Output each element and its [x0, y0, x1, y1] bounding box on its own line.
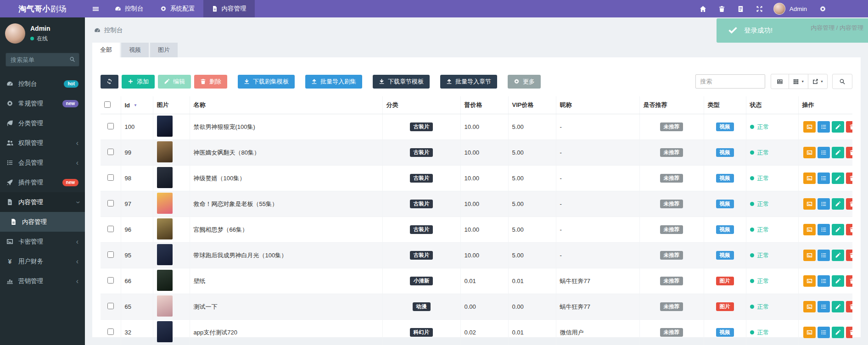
- episodes-button[interactable]: [803, 301, 816, 312]
- delete-row-button[interactable]: [846, 250, 853, 261]
- column-header-名称[interactable]: 名称: [190, 96, 382, 114]
- home-button[interactable]: [694, 6, 712, 12]
- edit-button[interactable]: 编辑: [158, 75, 191, 89]
- sidebar-item-控制台[interactable]: 控制台hot: [0, 74, 85, 94]
- topnav-item-内容管理[interactable]: 内容管理: [203, 0, 255, 17]
- tab-视频[interactable]: 视频: [121, 43, 149, 57]
- poster-thumbnail[interactable]: [157, 244, 173, 265]
- sidebar-item-分类管理[interactable]: 分类管理: [0, 113, 85, 133]
- poster-thumbnail[interactable]: [157, 167, 173, 188]
- poster-thumbnail[interactable]: [157, 141, 173, 162]
- column-header-VIP价格[interactable]: VIP价格: [508, 96, 556, 114]
- chapters-button[interactable]: [818, 121, 830, 133]
- column-header-是否推荐[interactable]: 是否推荐: [639, 96, 704, 114]
- chapters-button[interactable]: [818, 327, 830, 338]
- poster-thumbnail[interactable]: [157, 270, 173, 291]
- column-header-昵称[interactable]: 昵称: [556, 96, 639, 114]
- edit-row-button[interactable]: [832, 275, 844, 287]
- select-all-checkbox[interactable]: [104, 101, 111, 108]
- edit-row-button[interactable]: [832, 172, 844, 184]
- row-checkbox[interactable]: [107, 251, 114, 258]
- delete-row-button[interactable]: [846, 301, 853, 312]
- edit-row-button[interactable]: [832, 121, 844, 133]
- sidebar-item-插件管理[interactable]: 插件管理new: [0, 172, 85, 192]
- column-header-类型[interactable]: 类型: [704, 96, 746, 114]
- row-checkbox[interactable]: [107, 200, 114, 206]
- grid-view-button[interactable]: ▼: [789, 74, 808, 89]
- column-header-图片[interactable]: 图片: [153, 96, 190, 114]
- chapters-button[interactable]: [818, 198, 830, 210]
- delete-row-button[interactable]: [846, 327, 853, 338]
- row-checkbox[interactable]: [107, 149, 114, 155]
- topnav-item-系统配置[interactable]: 系统配置: [152, 0, 203, 17]
- sidebar-item-内容管理[interactable]: 内容管理: [0, 212, 85, 232]
- edit-row-button[interactable]: [832, 301, 844, 312]
- episodes-button[interactable]: [803, 198, 816, 210]
- sidebar-item-用户财务[interactable]: ¥用户财务‹: [0, 251, 85, 271]
- batch-import-episodes-button[interactable]: 批量导入剧集: [305, 75, 362, 89]
- sidebar-item-营销管理[interactable]: 营销管理‹: [0, 271, 85, 291]
- settings-button[interactable]: [813, 6, 832, 12]
- doc-button[interactable]: [731, 6, 750, 12]
- batch-import-chapters-button[interactable]: 批量导入章节: [440, 75, 497, 89]
- column-header-分类[interactable]: 分类: [382, 96, 460, 114]
- row-checkbox[interactable]: [107, 226, 114, 232]
- row-checkbox[interactable]: [107, 328, 114, 335]
- edit-row-button[interactable]: [832, 327, 844, 338]
- row-checkbox[interactable]: [107, 123, 114, 129]
- episodes-button[interactable]: [803, 172, 816, 184]
- chapters-button[interactable]: [818, 301, 830, 312]
- download-episode-template-button[interactable]: 下载剧集模板: [238, 75, 295, 89]
- poster-thumbnail[interactable]: [157, 218, 173, 239]
- user-menu[interactable]: Admin: [790, 6, 807, 12]
- episodes-button[interactable]: [803, 250, 816, 261]
- episodes-button[interactable]: [803, 224, 816, 235]
- chapters-button[interactable]: [818, 224, 830, 235]
- column-header-操作[interactable]: 操作: [798, 96, 852, 114]
- chapters-button[interactable]: [818, 250, 830, 261]
- episodes-button[interactable]: [803, 121, 816, 133]
- trash-button[interactable]: [712, 6, 731, 12]
- tab-图片[interactable]: 图片: [150, 43, 178, 57]
- column-header-Id[interactable]: Id▼: [121, 96, 153, 114]
- refresh-button[interactable]: [101, 75, 118, 89]
- episodes-button[interactable]: [803, 147, 816, 158]
- poster-thumbnail[interactable]: [157, 193, 173, 214]
- sidebar-item-内容管理[interactable]: 内容管理‹: [0, 192, 85, 212]
- edit-row-button[interactable]: [832, 250, 844, 261]
- chapters-button[interactable]: [818, 147, 830, 158]
- edit-row-button[interactable]: [832, 198, 844, 210]
- add-button[interactable]: 添加: [122, 75, 155, 89]
- brand-logo[interactable]: 淘气哥小剧场: [0, 0, 85, 17]
- chapters-button[interactable]: [818, 275, 830, 287]
- export-button[interactable]: ▼: [808, 74, 828, 89]
- avatar[interactable]: [773, 3, 785, 15]
- delete-row-button[interactable]: [846, 121, 853, 133]
- delete-row-button[interactable]: [846, 275, 853, 287]
- delete-row-button[interactable]: [846, 172, 853, 184]
- column-header-普价格[interactable]: 普价格: [460, 96, 508, 114]
- sidebar-search-input[interactable]: [6, 53, 79, 67]
- columns-list-button[interactable]: [771, 74, 789, 89]
- edit-row-button[interactable]: [832, 224, 844, 235]
- sidebar-toggle-button[interactable]: [85, 0, 106, 17]
- table-search-button[interactable]: [832, 74, 852, 89]
- more-button[interactable]: 更多: [508, 75, 541, 89]
- episodes-button[interactable]: [803, 327, 816, 338]
- row-checkbox[interactable]: [107, 174, 114, 181]
- sidebar-item-权限管理[interactable]: 权限管理‹: [0, 133, 85, 153]
- delete-button[interactable]: 删除: [194, 75, 227, 89]
- tab-全部[interactable]: 全部: [92, 43, 120, 57]
- delete-row-button[interactable]: [846, 224, 853, 235]
- sidebar-avatar[interactable]: [5, 23, 25, 44]
- episodes-button[interactable]: [803, 275, 816, 287]
- sidebar-item-常规管理[interactable]: 常规管理new: [0, 94, 85, 113]
- row-checkbox[interactable]: [107, 303, 114, 309]
- delete-row-button[interactable]: [846, 147, 853, 158]
- delete-row-button[interactable]: [846, 198, 853, 210]
- expand-button[interactable]: [750, 6, 769, 12]
- column-header-状态[interactable]: 状态: [746, 96, 798, 114]
- sidebar-item-会员管理[interactable]: 会员管理‹: [0, 153, 85, 172]
- table-search-input[interactable]: [695, 74, 765, 89]
- edit-row-button[interactable]: [832, 147, 844, 158]
